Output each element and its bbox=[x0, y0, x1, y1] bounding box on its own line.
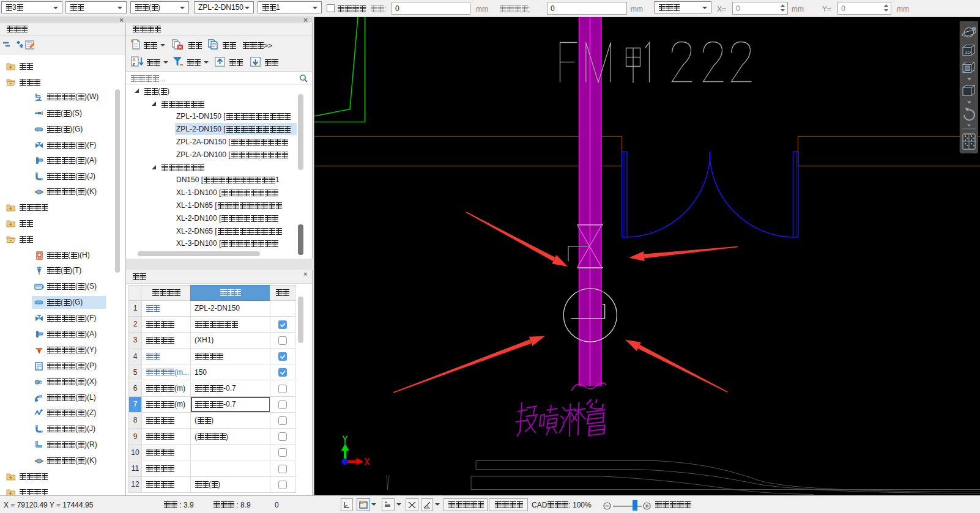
svg-text:Z: Z bbox=[133, 62, 136, 67]
svg-text:3D: 3D bbox=[965, 50, 971, 55]
svg-text:A: A bbox=[133, 57, 136, 62]
